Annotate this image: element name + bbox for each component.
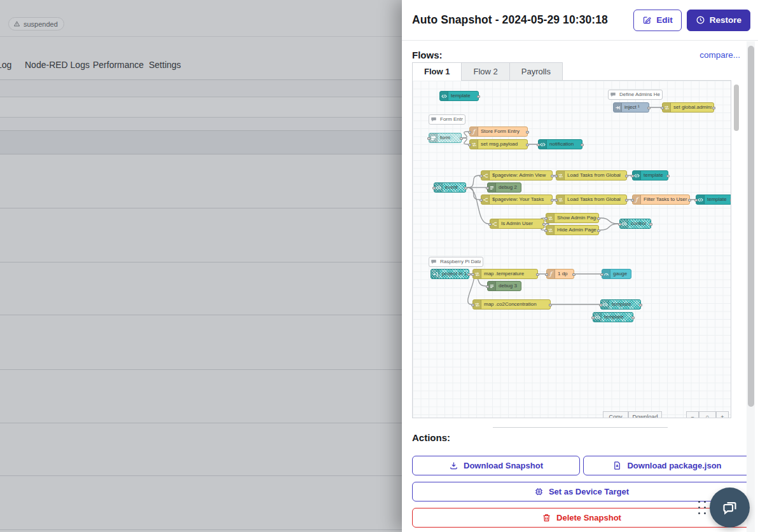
- flow-node-1-dp: ƒ1 dp: [546, 269, 574, 279]
- flow-node-template: template: [632, 170, 668, 181]
- input-port: [427, 137, 431, 140]
- input-port: [631, 199, 634, 201]
- tab-payrolls[interactable]: Payrolls: [510, 62, 563, 80]
- node-label: template: [451, 92, 476, 100]
- download-package-json-button[interactable]: Download package.json: [583, 456, 751, 475]
- flow-node-set-global-admins: set global.admins: [662, 102, 714, 113]
- node-label: Hide Admin Page: [557, 226, 596, 235]
- output-port: [467, 273, 471, 276]
- restore-button[interactable]: Restore: [687, 10, 750, 31]
- output-port: [572, 273, 575, 276]
- output-port: [477, 95, 480, 98]
- flow-node-map-co2concentration: map .co2Concentration: [472, 299, 551, 310]
- download-icon: [449, 461, 458, 470]
- output-port: [647, 107, 651, 109]
- warning-icon: [13, 20, 20, 27]
- input-port: [555, 199, 558, 201]
- chat-bubbles-icon: [721, 499, 738, 516]
- node-label: $pageview: Admin View: [492, 171, 550, 180]
- comment-icon: [429, 115, 438, 124]
- nav-tab-log[interactable]: Log: [0, 60, 11, 70]
- flow-node--pageview-your-tasks: $pageview: Your Tasks: [481, 194, 553, 205]
- input-port: [544, 229, 548, 232]
- flow-node-hide-admin-page: Hide Admin Page: [546, 225, 599, 235]
- canvas-zoom-control[interactable]: −: [686, 411, 699, 418]
- node-label: template: [707, 195, 729, 204]
- button-label: Download package.json: [627, 461, 721, 470]
- download-snapshot-button[interactable]: Download Snapshot: [412, 456, 580, 475]
- input-port: [468, 131, 471, 133]
- node-label: Is Admin User: [501, 219, 542, 228]
- set-as-device-target-button[interactable]: Set as Device Target: [412, 482, 751, 501]
- input-port: [544, 217, 548, 220]
- node-label: set msg.payload: [481, 140, 525, 149]
- node-label: debug 3: [499, 282, 519, 290]
- button-label: Download Snapshot: [464, 461, 543, 470]
- output-port: [536, 273, 539, 276]
- node-label: set global.admins: [673, 103, 712, 112]
- nav-tab-performance[interactable]: Performance: [93, 60, 144, 70]
- flow-node-debug-2: debug 2: [487, 182, 521, 193]
- flow-node-gauge: gauge: [602, 269, 631, 279]
- output-port: [625, 199, 628, 201]
- nav-tab-settings[interactable]: Settings: [149, 60, 181, 70]
- screen: suspended LogNode-RED LogsPerformanceSet…: [0, 0, 758, 532]
- node-label: Load Tasks from Global: [567, 171, 624, 180]
- chat-button[interactable]: [710, 488, 750, 528]
- flow-node-template: template: [600, 299, 641, 310]
- drawer-title: Auto Snapshot - 2024-05-29 10:30:18: [412, 13, 633, 27]
- input-port: [537, 144, 540, 146]
- clock-icon: [696, 15, 705, 25]
- canvas-copy-button[interactable]: Copy: [603, 411, 628, 418]
- node-label: event: [445, 183, 464, 192]
- compare-link[interactable]: compare...: [699, 50, 740, 60]
- tab-flow-1[interactable]: Flow 1: [412, 62, 462, 80]
- flow-node-load-tasks-from-global: Load Tasks from Global: [556, 194, 627, 205]
- edit-button[interactable]: Edit: [633, 10, 682, 31]
- flow-node-template: template: [696, 194, 731, 205]
- output-port: [460, 137, 463, 140]
- output-port: [597, 217, 600, 220]
- node-label: template: [644, 171, 666, 180]
- flow-canvas[interactable]: Define Admins Heretemplateinject ¹set gl…: [412, 81, 731, 418]
- panel-resize-divider[interactable]: [493, 427, 668, 428]
- canvas-download-button[interactable]: Download: [628, 411, 662, 418]
- node-label: map .temperature: [484, 269, 535, 278]
- output-port: [551, 175, 554, 177]
- input-port: [591, 317, 595, 319]
- input-port: [432, 187, 436, 189]
- flow-node-template: template: [593, 312, 633, 322]
- canvas-scrollbar[interactable]: [734, 85, 739, 131]
- link-in-icon: [431, 269, 439, 278]
- input-port: [555, 175, 558, 177]
- drawer-scrollbar-track: [747, 41, 755, 532]
- actions-grid: Download SnapshotDownload package.jsonSe…: [412, 456, 751, 528]
- output-port: [551, 199, 554, 201]
- flow-node-inject-: inject ¹: [613, 102, 649, 113]
- tab-flow-2[interactable]: Flow 2: [462, 62, 509, 80]
- input-port: [631, 175, 634, 177]
- chat-drag-handle[interactable]: [698, 501, 706, 514]
- button-label: Delete Snapshot: [556, 513, 621, 522]
- input-port: [471, 273, 474, 276]
- status-badge-label: suspended: [24, 20, 58, 28]
- snapshot-drawer: Auto Snapshot - 2024-05-29 10:30:18 Edit…: [402, 0, 758, 532]
- node-label: $pageview: Your Tasks: [492, 195, 550, 204]
- node-label: 1 dp: [558, 269, 572, 278]
- canvas-zoom-control[interactable]: +: [716, 411, 729, 418]
- flow-node--pageview-admin-view: $pageview: Admin View: [481, 170, 553, 181]
- output-port: [631, 317, 635, 319]
- flow-node-debug-3: debug 3: [487, 281, 521, 291]
- flow-node-project-in-1: project in 1: [431, 269, 469, 279]
- input-port: [600, 273, 603, 276]
- canvas-zoom-control[interactable]: ○: [699, 411, 716, 418]
- flow-node-load-tasks-from-global: Load Tasks from Global: [556, 170, 627, 181]
- node-label: gauge: [613, 269, 629, 278]
- drawer-scrollbar[interactable]: [748, 46, 754, 407]
- nav-tab-node-red-logs[interactable]: Node-RED Logs: [25, 60, 90, 70]
- chip-icon: [534, 487, 544, 496]
- comment-icon: [429, 257, 438, 266]
- flow-node-notification: notification: [538, 139, 582, 149]
- edit-icon: [642, 15, 652, 25]
- flow-tabbar: Flow 1Flow 2Payrolls: [412, 63, 731, 81]
